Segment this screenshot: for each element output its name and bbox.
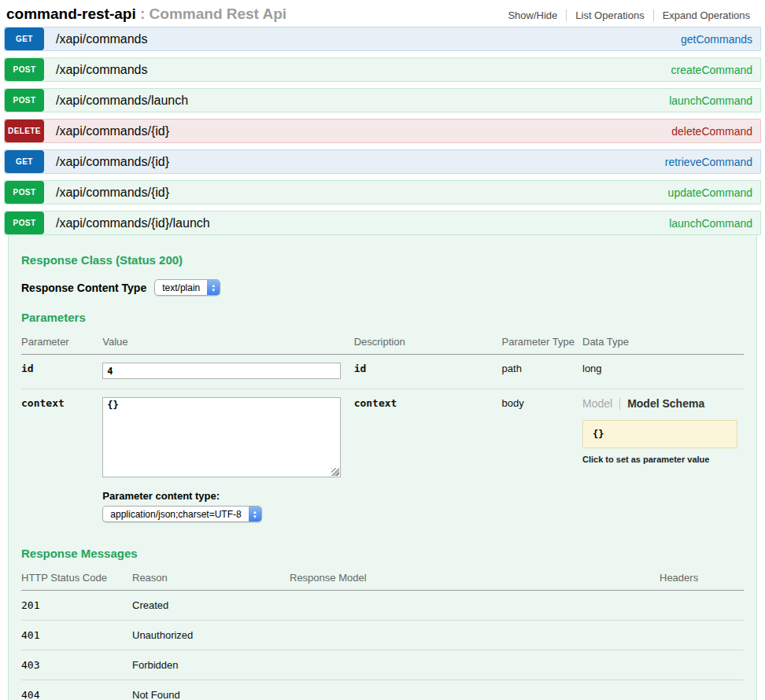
response-content-type-label: Response Content Type <box>21 282 146 294</box>
operation-row-get-commands[interactable]: GET /xapi/commands getCommands <box>4 27 761 51</box>
operation-path-link[interactable]: /xapi/commands/launch <box>56 94 188 108</box>
column-header-parameter-type: Parameter Type <box>502 333 582 355</box>
operation-path-link[interactable]: /xapi/commands <box>56 63 148 77</box>
title-separator: : <box>136 6 150 22</box>
operation-row-update-command[interactable]: POST /xapi/commands/{id} updateCommand <box>4 180 761 204</box>
schema-click-hint: Click to set as parameter value <box>582 455 737 464</box>
status-code: 404 <box>21 680 132 700</box>
id-value-input[interactable] <box>102 363 341 379</box>
expand-operations-link[interactable]: Expand Operations <box>654 9 759 21</box>
parameter-name: context <box>21 397 65 409</box>
operation-path-link[interactable]: /xapi/commands/{id}/launch <box>56 216 210 230</box>
parameter-description: context <box>354 397 397 409</box>
parameter-type: body <box>502 397 524 409</box>
status-code: 401 <box>21 621 132 650</box>
context-value-wrapper: {} <box>102 397 341 477</box>
column-header-data-type: Data Type <box>582 333 744 355</box>
tab-divider <box>619 398 620 410</box>
column-header-http-status-code: HTTP Status Code <box>21 569 132 591</box>
tab-model[interactable]: Model <box>582 397 612 410</box>
parameter-data-type: long <box>582 363 602 374</box>
response-content-type-row: Response Content Type text/plain <box>21 279 744 296</box>
response-model-cell <box>290 650 660 680</box>
select-stepper-icon <box>249 507 261 521</box>
response-content-type-select[interactable]: text/plain <box>154 279 220 296</box>
parameter-content-type-block: Parameter content type: application/json… <box>102 490 347 522</box>
column-header-response-model: Response Model <box>290 569 660 591</box>
operation-row-create-command[interactable]: POST /xapi/commands createCommand <box>4 57 761 82</box>
operation-detail-panel: Response Class (Status 200) Response Con… <box>8 235 757 700</box>
parameter-type: path <box>502 363 522 374</box>
operation-nickname-link[interactable]: launchCommand <box>669 217 752 230</box>
operation-row-launch-command-by-id[interactable]: POST /xapi/commands/{id}/launch launchCo… <box>4 211 761 235</box>
status-reason: Forbidden <box>132 650 290 680</box>
header-links: Show/Hide List Operations Expand Operati… <box>499 9 759 21</box>
select-stepper-icon <box>207 280 220 295</box>
parameter-row-context: context {} Parameter content type: appli… <box>21 389 744 532</box>
operation-path-link[interactable]: /xapi/commands <box>56 32 148 46</box>
http-method-badge: POST <box>5 181 44 204</box>
api-name: command-rest-api <box>6 6 136 22</box>
operation-row-delete-command[interactable]: DELETE /xapi/commands/{id} deleteCommand <box>4 119 761 143</box>
parameter-content-type-select[interactable]: application/json;charset=UTF-8 <box>102 506 261 522</box>
http-method-badge: GET <box>5 150 44 173</box>
response-message-row: 401 Unauthorized <box>21 621 744 650</box>
model-tabs: Model Model Schema <box>582 397 737 410</box>
parameters-table: Parameter Value Description Parameter Ty… <box>21 333 744 532</box>
http-method-badge: GET <box>5 28 44 50</box>
response-class-heading: Response Class (Status 200) <box>21 253 744 267</box>
operations-list: GET /xapi/commands getCommands POST /xap… <box>4 27 761 700</box>
parameter-name: id <box>21 363 34 374</box>
response-messages-table: HTTP Status Code Reason Response Model H… <box>21 569 744 700</box>
parameter-row-id: id id path long <box>21 355 744 389</box>
operation-path-link[interactable]: /xapi/commands/{id} <box>56 155 169 169</box>
operation-nickname-link[interactable]: getCommands <box>681 33 752 46</box>
response-model-cell <box>290 680 660 700</box>
model-schema-snippet[interactable]: {} <box>582 420 737 448</box>
operation-path-link[interactable]: /xapi/commands/{id} <box>56 186 169 200</box>
response-message-row: 403 Forbidden <box>21 650 744 680</box>
list-operations-link[interactable]: List Operations <box>567 9 652 21</box>
column-header-value: Value <box>102 333 353 355</box>
response-messages-heading: Response Messages <box>21 547 744 560</box>
http-method-badge: DELETE <box>5 120 44 142</box>
operation-path-link[interactable]: /xapi/commands/{id} <box>56 124 169 138</box>
response-model-cell <box>290 621 660 650</box>
operation-nickname-link[interactable]: deleteCommand <box>671 125 752 138</box>
status-code: 403 <box>21 650 132 680</box>
column-header-parameter: Parameter <box>21 333 102 355</box>
operation-nickname-link[interactable]: createCommand <box>671 64 753 76</box>
parameter-content-type-label: Parameter content type: <box>102 490 347 502</box>
status-reason: Not Found <box>132 680 290 700</box>
response-model-cell <box>290 591 660 621</box>
context-value-textarea[interactable]: {} <box>102 397 341 477</box>
headers-cell <box>660 680 744 700</box>
operation-row-retrieve-command[interactable]: GET /xapi/commands/{id} retrieveCommand <box>4 149 761 174</box>
response-message-row: 201 Created <box>21 591 744 621</box>
parameters-heading: Parameters <box>21 311 744 324</box>
operation-nickname-link[interactable]: retrieveCommand <box>665 156 752 168</box>
api-description: Command Rest Api <box>150 6 287 22</box>
column-header-reason: Reason <box>132 569 290 591</box>
http-method-badge: POST <box>5 212 44 234</box>
http-method-badge: POST <box>5 58 44 81</box>
http-method-badge: POST <box>5 89 44 112</box>
page-title: command-rest-api : Command Rest Api <box>6 6 286 23</box>
header-bar: command-rest-api : Command Rest Api Show… <box>0 0 765 27</box>
show-hide-link[interactable]: Show/Hide <box>499 9 566 21</box>
parameter-content-type-value: application/json;charset=UTF-8 <box>110 509 248 520</box>
operation-row-launch-command[interactable]: POST /xapi/commands/launch launchCommand <box>4 88 761 112</box>
response-content-type-value: text/plain <box>162 282 207 293</box>
response-message-row: 404 Not Found <box>21 680 744 700</box>
operation-nickname-link[interactable]: launchCommand <box>669 94 752 107</box>
column-header-description: Description <box>354 333 502 355</box>
tab-model-schema[interactable]: Model Schema <box>627 397 704 410</box>
column-header-headers: Headers <box>660 569 744 591</box>
parameter-description: id <box>354 363 367 374</box>
headers-cell <box>660 591 744 621</box>
status-reason: Unauthorized <box>132 621 290 650</box>
headers-cell <box>660 621 744 650</box>
status-reason: Created <box>132 591 290 621</box>
headers-cell <box>660 650 744 680</box>
operation-nickname-link[interactable]: updateCommand <box>668 186 752 199</box>
